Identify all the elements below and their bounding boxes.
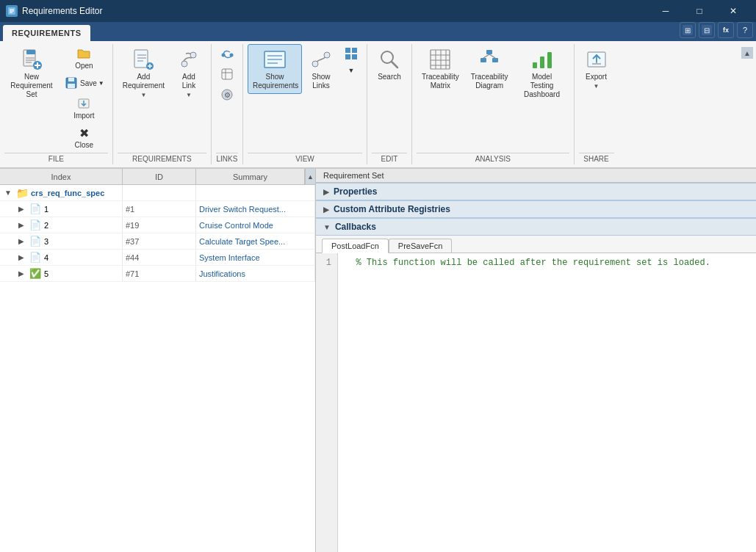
tree-index-value: 2 [44, 221, 48, 230]
import-button[interactable]: Import [60, 94, 108, 122]
expand-btn[interactable]: ▶ [16, 204, 26, 214]
tree-index-value: 5 [44, 269, 48, 278]
tab-requirements[interactable]: REQUIREMENTS [3, 25, 90, 41]
tree-index-value: crs_req_func_spec [31, 189, 104, 197]
tree-row[interactable]: ▶ 📄 1 #1 Driver Switch Request... [0, 201, 315, 217]
export-button[interactable]: Export ▼ [579, 44, 614, 93]
save-dropdown-icon[interactable]: ▼ [98, 80, 104, 87]
window-title: Requirements Editor [22, 6, 102, 16]
tree-cell-index: ▼ 📁 crs_req_func_spec [0, 185, 123, 200]
maximize-button[interactable]: □ [683, 0, 716, 22]
show-req-label: ShowRequirements [253, 73, 297, 90]
col-header-index: Index [0, 169, 123, 184]
tree-row[interactable]: ▶ ✅ 5 #71 Justifications [0, 266, 315, 282]
question-btn[interactable]: ? [737, 22, 753, 38]
add-link-icon [177, 48, 201, 71]
tree-row[interactable]: ▶ 📄 4 #44 System Interface [0, 250, 315, 266]
tree-row[interactable]: ▶ 📄 3 #37 Calculate Target Spee... [0, 233, 315, 250]
open-icon [76, 46, 91, 61]
save-label: Save [80, 79, 97, 87]
model-testing-button[interactable]: Model TestingDashboard [515, 44, 569, 103]
link-icon1 [220, 46, 234, 61]
add-link-dropdown-icon[interactable]: ▼ [186, 92, 192, 98]
expand-btn[interactable]: ▶ [16, 220, 26, 230]
link-icon-btn1[interactable] [216, 44, 238, 63]
expand-btn[interactable]: ▶ [16, 236, 26, 247]
close-button[interactable]: ✖ Close [60, 123, 108, 151]
tree-panel: Index ID Summary ▲ ▼ 📁 crs_req_func_spec [0, 169, 316, 552]
tree-cell-id: #19 [123, 217, 196, 233]
doc-icon: 📄 [29, 252, 41, 264]
search-icon [378, 48, 401, 71]
svg-point-31 [229, 54, 233, 57]
tree-cell-summary: Cruise Control Mode [196, 217, 315, 233]
custom-attr-section-header[interactable]: ▶ Custom Attribute Registries [316, 200, 756, 218]
show-links-icon [309, 48, 333, 71]
code-content[interactable]: % This function will be called after the… [338, 253, 756, 552]
view-grid-icon [344, 46, 359, 61]
add-req-label: AddRequirement [123, 73, 165, 90]
properties-section-header[interactable]: ▶ Properties [316, 183, 756, 200]
new-requirement-set-button[interactable]: NewRequirement Set [4, 44, 59, 103]
properties-label: Properties [334, 186, 377, 197]
view-dropdown-btn[interactable]: ▼ [340, 65, 362, 76]
right-panel: Requirement Set ▶ Properties ▶ Custom At… [316, 169, 756, 552]
svg-rect-21 [134, 50, 148, 68]
expand-btn[interactable]: ▶ [16, 253, 26, 263]
search-button[interactable]: Search [372, 44, 407, 85]
expand-btn[interactable]: ▼ [3, 188, 13, 198]
ribbon-group-edit: Search EDIT [367, 44, 412, 164]
export-icon [585, 48, 608, 71]
expand-btn[interactable]: ▶ [16, 269, 26, 279]
view-grid-btn[interactable] [340, 44, 362, 63]
close-label: Close [75, 141, 94, 149]
add-req-dropdown-icon[interactable]: ▼ [140, 92, 146, 98]
ribbon-collapse-button[interactable]: ▲ [741, 47, 753, 59]
svg-rect-45 [345, 54, 350, 59]
svg-line-59 [483, 54, 489, 58]
show-links-button[interactable]: ShowLinks [303, 44, 339, 94]
traceability-diagram-label: TraceabilityDiagram [471, 73, 508, 90]
traceability-matrix-button[interactable]: TraceabilityMatrix [417, 44, 464, 94]
minimize-button[interactable]: ─ [649, 0, 683, 22]
svg-rect-17 [68, 78, 74, 81]
svg-point-28 [181, 61, 187, 67]
svg-rect-44 [352, 48, 357, 53]
show-requirements-icon [263, 48, 287, 71]
traceability-matrix-label: TraceabilityMatrix [422, 73, 459, 90]
links-group-label: LINKS [216, 153, 238, 164]
tab-postloadfcn[interactable]: PostLoadFcn [322, 239, 389, 253]
link-btn2[interactable] [216, 65, 238, 84]
tree-row[interactable]: ▼ 📁 crs_req_func_spec [0, 185, 315, 201]
link-btn3[interactable]: ⚙ [216, 85, 238, 104]
save-button[interactable]: Save ▼ [60, 73, 108, 92]
tree-row[interactable]: ▶ 📄 2 #19 Cruise Control Mode [0, 217, 315, 233]
model-testing-icon [530, 48, 554, 71]
add-link-button[interactable]: AddLink ▼ [171, 44, 206, 102]
tree-cell-id [123, 185, 196, 200]
open-button[interactable]: Open [60, 44, 108, 72]
doc-icon: 📄 [29, 236, 41, 247]
share-buttons: Export ▼ [579, 44, 614, 151]
new-req-icon [20, 48, 43, 71]
callbacks-section-header[interactable]: ▼ Callbacks [316, 218, 756, 236]
callbacks-label: Callbacks [335, 222, 376, 232]
req-group-label: REQUIREMENTS [118, 153, 206, 164]
show-links-label: ShowLinks [312, 73, 330, 90]
line-numbers: 1 [316, 253, 338, 552]
tab-presavefcn[interactable]: PreSaveFcn [389, 239, 453, 253]
show-requirements-button[interactable]: ShowRequirements [248, 44, 302, 94]
collapse-tree-btn[interactable]: ▲ [305, 169, 315, 184]
traceability-diagram-button[interactable]: TraceabilityDiagram [466, 44, 514, 94]
add-requirement-button[interactable]: AddRequirement ▼ [118, 44, 170, 102]
matlab-btn[interactable]: fx [718, 22, 734, 38]
ribbon-tabs: REQUIREMENTS ⊞ ⊟ fx ? [0, 22, 756, 41]
svg-line-48 [392, 62, 397, 68]
help-icon-btn[interactable]: ⊞ [680, 22, 696, 38]
svg-rect-58 [492, 58, 498, 62]
close-button[interactable]: ✕ [716, 0, 750, 22]
svg-rect-57 [480, 58, 486, 62]
help-btn1[interactable]: ⊟ [699, 22, 715, 38]
svg-rect-46 [352, 54, 357, 59]
export-dropdown-icon[interactable]: ▼ [594, 83, 600, 90]
